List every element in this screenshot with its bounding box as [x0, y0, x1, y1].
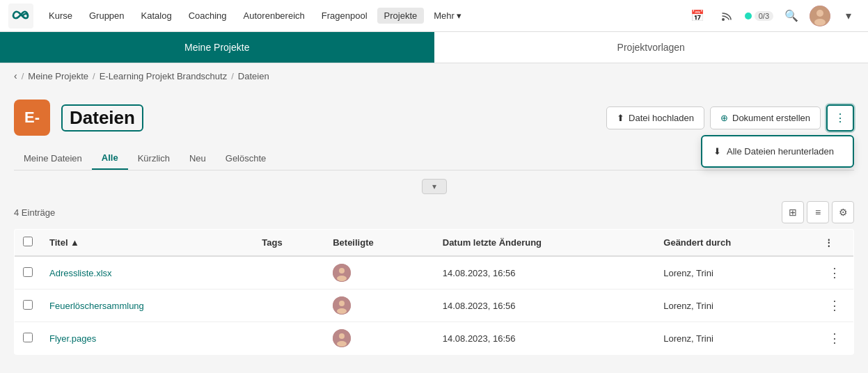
participant-avatar [333, 329, 351, 347]
more-options-button[interactable]: ⋮ [826, 104, 854, 132]
rss-icon[interactable] [716, 5, 738, 27]
calendar-icon[interactable]: 📅 [686, 5, 709, 27]
download-all-item[interactable]: ⬇ Alle Dateien herunterladen [702, 139, 853, 164]
logo-icon[interactable] [8, 3, 33, 29]
file-link[interactable]: Feuerlöschersammlung [49, 301, 144, 311]
more-icon: ⋮ [835, 111, 846, 125]
svg-point-10 [337, 308, 347, 314]
row-date: 14.08.2023, 16:56 [434, 322, 656, 355]
table-header-row: 4 Einträge ⊞ ≡ ⚙ [14, 201, 854, 223]
sub-tab-neu[interactable]: Neu [180, 148, 216, 169]
user-menu-arrow[interactable]: ▾ [837, 5, 860, 27]
nav-katalog[interactable]: Katalog [134, 8, 179, 24]
row-menu: ⋮ [816, 289, 854, 322]
download-icon: ⬇ [713, 146, 721, 157]
main-content: E- Dateien ⬆ Datei hochladen ⊕ Dokument … [0, 88, 868, 366]
nav-autorenbereich[interactable]: Autorenbereich [237, 8, 312, 24]
table-row: Adressliste.xlsx 14.08.2023, 16:56 Loren… [15, 256, 854, 289]
row-date: 14.08.2023, 16:56 [434, 256, 656, 289]
participant-avatar [333, 296, 351, 315]
row-checkbox [15, 322, 42, 355]
nav-gruppen[interactable]: Gruppen [82, 8, 132, 24]
svg-point-13 [337, 341, 347, 347]
row-select-checkbox[interactable] [23, 267, 33, 277]
col-changed-by: Geändert durch [655, 230, 816, 257]
file-link[interactable]: Adressliste.xlsx [49, 268, 112, 278]
svg-point-12 [339, 333, 345, 339]
svg-point-4 [814, 19, 826, 26]
row-title: Flyer.pages [41, 322, 253, 355]
header-actions: ⬆ Datei hochladen ⊕ Dokument erstellen ⋮… [606, 104, 854, 132]
table-row: Flyer.pages 14.08.2023, 16:56 Lorenz, Tr… [15, 322, 854, 355]
nav-kurse[interactable]: Kurse [42, 8, 79, 24]
svg-point-3 [816, 10, 823, 17]
svg-point-7 [337, 276, 347, 281]
row-changed-by: Lorenz, Trini [655, 322, 816, 355]
col-menu: ⋮ [816, 230, 854, 257]
nav-fragenpool[interactable]: Fragenpool [315, 8, 374, 24]
row-menu-button[interactable]: ⋮ [824, 329, 845, 347]
row-changed-by: Lorenz, Trini [655, 256, 816, 289]
row-title: Feuerlöschersammlung [41, 289, 253, 322]
row-participants [324, 322, 434, 355]
create-label: Dokument erstellen [732, 113, 810, 123]
sub-tab-meine-dateien[interactable]: Meine Dateien [14, 148, 92, 169]
upload-icon: ⬆ [617, 113, 624, 123]
row-checkbox [15, 289, 42, 322]
back-button[interactable]: ‹ [14, 70, 17, 81]
select-all-checkbox[interactable] [23, 237, 33, 246]
user-avatar[interactable] [810, 6, 830, 26]
download-all-label: Alle Dateien herunterladen [727, 146, 834, 157]
create-document-button[interactable]: ⊕ Dokument erstellen [710, 106, 821, 129]
participant-avatar [333, 264, 351, 282]
row-menu-button[interactable]: ⋮ [824, 264, 845, 282]
row-tags [253, 289, 324, 322]
col-date: Datum letzte Änderung [434, 230, 656, 257]
create-icon: ⊕ [720, 113, 728, 123]
breadcrumb-current: Dateien [238, 71, 269, 81]
row-menu-button[interactable]: ⋮ [824, 296, 845, 315]
file-table: Titel ▲ Tags Beteiligte Datum letzte Änd… [14, 229, 854, 355]
row-changed-by: Lorenz, Trini [655, 289, 816, 322]
breadcrumb-meine-projekte[interactable]: Meine Projekte [28, 71, 88, 81]
status-dot [745, 13, 752, 19]
search-icon[interactable]: 🔍 [780, 5, 803, 27]
svg-point-9 [339, 301, 345, 306]
project-avatar: E- [14, 100, 50, 136]
sub-tab-geloeschte[interactable]: Gelöschte [216, 148, 276, 169]
col-title: Titel ▲ [41, 230, 253, 257]
row-select-checkbox[interactable] [23, 300, 33, 310]
nav-coaching[interactable]: Coaching [182, 8, 234, 24]
row-title: Adressliste.xlsx [41, 256, 253, 289]
main-tabs: Meine Projekte Projektvorlagen [0, 32, 868, 63]
tab-projektvorlagen[interactable]: Projektvorlagen [434, 32, 869, 63]
sub-tab-kuerzlich[interactable]: Kürzlich [128, 148, 180, 169]
badge-count: 0/3 [755, 11, 773, 21]
page-title: Dateien [61, 104, 143, 132]
row-select-checkbox[interactable] [23, 333, 33, 342]
collapse-button[interactable]: ▾ [422, 179, 447, 194]
nav-projekte[interactable]: Projekte [377, 8, 425, 24]
row-participants [324, 256, 434, 289]
nav-right: 📅 0/3 🔍 ▾ [686, 5, 860, 27]
col-tags: Tags [253, 230, 324, 257]
breadcrumb: ‹ / Meine Projekte / E-Learning Projekt … [0, 63, 868, 88]
svg-rect-0 [8, 3, 33, 29]
upload-file-button[interactable]: ⬆ Datei hochladen [606, 106, 704, 129]
row-date: 14.08.2023, 16:56 [434, 289, 656, 322]
list-view-button[interactable]: ≡ [807, 201, 829, 223]
row-menu: ⋮ [816, 322, 854, 355]
checkbox-header [15, 230, 42, 257]
table-row: Feuerlöschersammlung 14.08.2023, 16:56 L… [15, 289, 854, 322]
breadcrumb-projekt[interactable]: E-Learning Projekt Brandschutz [100, 71, 228, 81]
file-link[interactable]: Flyer.pages [49, 333, 96, 344]
settings-button[interactable]: ⚙ [832, 201, 854, 223]
row-participants [324, 289, 434, 322]
grid-view-button[interactable]: ⊞ [782, 201, 804, 223]
nav-mehr[interactable]: Mehr ▾ [427, 8, 468, 24]
sub-tab-alle[interactable]: Alle [92, 147, 128, 170]
view-buttons: ⊞ ≡ ⚙ [782, 201, 854, 223]
row-tags [253, 256, 324, 289]
content-header: E- Dateien ⬆ Datei hochladen ⊕ Dokument … [14, 100, 854, 136]
tab-meine-projekte[interactable]: Meine Projekte [0, 32, 434, 63]
